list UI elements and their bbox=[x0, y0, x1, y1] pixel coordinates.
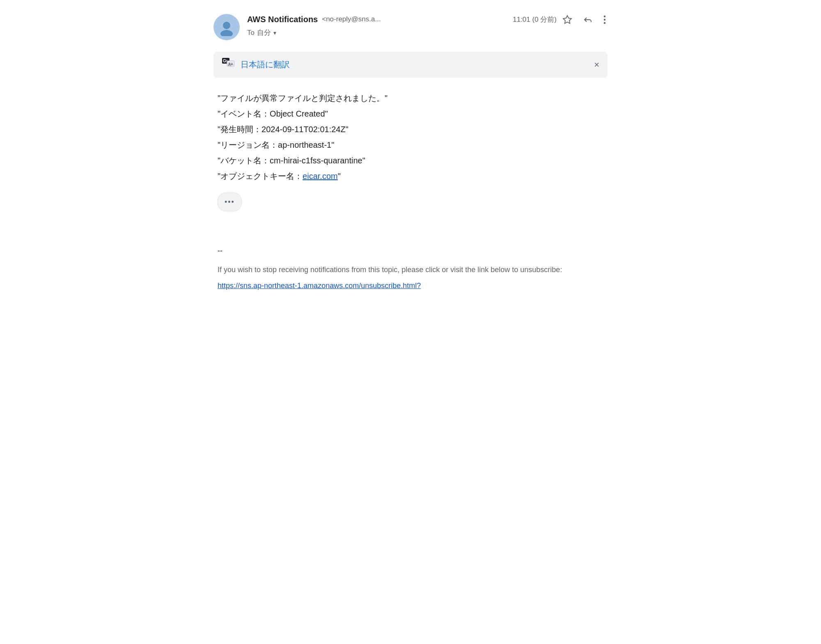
unsubscribe-link[interactable]: https://sns.ap-northeast-1.amazonaws.com… bbox=[218, 282, 421, 290]
body-line-4: "リージョン名：ap-northeast-1" bbox=[218, 138, 603, 152]
dropdown-arrow-icon[interactable]: ▾ bbox=[273, 30, 276, 36]
body-line-3: "発生時間：2024-09-11T02:01:24Z" bbox=[218, 122, 603, 137]
svg-point-0 bbox=[223, 22, 230, 29]
to-label: To bbox=[247, 29, 255, 37]
body-line-5: "バケット名：cm-hirai-c1fss-quarantine" bbox=[218, 153, 603, 168]
svg-point-3 bbox=[604, 16, 605, 17]
translate-button[interactable]: 日本語に翻訳 bbox=[241, 59, 290, 70]
translate-bar: G T あ A 日本語に翻訳 × bbox=[213, 52, 608, 78]
body-line-6: "オブジェクトキー名：eicar.com" bbox=[218, 169, 603, 183]
svg-text:A: A bbox=[231, 62, 233, 66]
email-time: 11:01 (0 分前) bbox=[513, 15, 557, 24]
body-line-1: "ファイルが異常ファイルと判定されました。" bbox=[218, 91, 603, 105]
svg-marker-2 bbox=[563, 16, 571, 23]
to-recipient: 自分 bbox=[257, 28, 271, 37]
sender-info: AWS Notifications <no-reply@sns.a... 11:… bbox=[247, 12, 608, 37]
email-header: AWS Notifications <no-reply@sns.a... 11:… bbox=[213, 12, 608, 40]
object-key-link[interactable]: eicar.com bbox=[303, 172, 338, 181]
svg-point-5 bbox=[604, 22, 605, 24]
avatar bbox=[213, 14, 240, 40]
email-body: "ファイルが異常ファイルと判定されました。" "イベント名：Object Cre… bbox=[213, 91, 608, 293]
more-button[interactable] bbox=[602, 13, 608, 26]
unsubscribe-text: If you wish to stop receiving notificati… bbox=[218, 264, 603, 276]
svg-point-4 bbox=[604, 19, 605, 21]
translate-left: G T あ A 日本語に翻訳 bbox=[222, 57, 290, 72]
divider: -- bbox=[218, 244, 603, 257]
body-line-2: "イベント名：Object Created" bbox=[218, 106, 603, 121]
to-line: To 自分 ▾ bbox=[247, 28, 608, 37]
sender-line: AWS Notifications <no-reply@sns.a... 11:… bbox=[247, 12, 608, 26]
expand-button[interactable]: ••• bbox=[218, 193, 242, 211]
sender-email: <no-reply@sns.a... bbox=[322, 15, 381, 23]
translate-close-button[interactable]: × bbox=[594, 60, 599, 70]
reply-button[interactable] bbox=[581, 13, 594, 26]
svg-point-1 bbox=[220, 30, 233, 36]
star-button[interactable] bbox=[561, 13, 574, 26]
sender-name: AWS Notifications bbox=[247, 15, 318, 24]
translate-icon: G T あ A bbox=[222, 57, 235, 72]
header-actions bbox=[561, 13, 608, 26]
